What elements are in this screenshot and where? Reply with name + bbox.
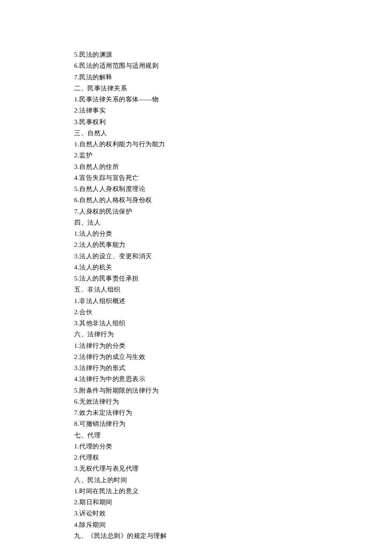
outline-line: 2.期日和期间 (74, 497, 341, 508)
outline-line: 5.法人的民事责任承担 (74, 273, 341, 284)
outline-line: 7.效力未定法律行为 (74, 407, 341, 418)
outline-line: 8.可撤销法律行为 (74, 418, 341, 429)
outline-line: 3.诉讼时效 (74, 508, 341, 519)
outline-line: 二、民事法律关系 (74, 83, 341, 94)
outline-line: 3.法人的设立、变更和消灭 (74, 251, 341, 262)
outline-line: 六、法律行为 (74, 329, 341, 340)
outline-line: 7.民法的解释 (74, 72, 341, 83)
outline-line: 三、自然人 (74, 127, 341, 139)
outline-line: 4.宣告失踪与宣告死亡 (74, 172, 341, 183)
outline-line: 4.法人的机关 (74, 262, 341, 273)
outline-line: 八、民法上的时间 (74, 474, 341, 486)
outline-line: 6.无效法律行为 (74, 396, 341, 407)
outline-line: 3.自然人的住所 (74, 161, 341, 172)
outline-line: 3.民事权利 (74, 116, 341, 127)
outline-line: 2.法律行为的成立与生效 (74, 351, 341, 362)
outline-line: 1.法人的分类 (74, 228, 341, 239)
outline-line: 6.自然人的人格权与身份权 (74, 194, 341, 205)
outline-line: 4.法律行为中的意思表示 (74, 373, 341, 384)
outline-line: 1.非法人组织概述 (74, 295, 341, 306)
outline-line: 5.自然人人身权制度理论 (74, 183, 341, 194)
outline-line: 1.民事法律关系的客体——物 (74, 94, 341, 105)
outline-line: 2.监护 (74, 150, 341, 161)
outline-line: 1.代理的分类 (74, 441, 341, 452)
outline-line: 九、《民法总则》的规定与理解 (74, 530, 341, 541)
outline-line: 四、法人 (74, 217, 341, 228)
outline-line: 5.附条件与附期限的法律行为 (74, 385, 341, 396)
outline-line: 2.法律事实 (74, 105, 341, 116)
outline-line: 5.民法的渊源 (74, 49, 341, 60)
outline-line: 2.代理权 (74, 452, 341, 463)
outline-line: 7.人身权的民法保护 (74, 206, 341, 217)
outline-line: 1.法律行为的分类 (74, 340, 341, 351)
outline-line: 6.民法的适用范围与适用规则 (74, 60, 341, 71)
outline-line: 3.无权代理与表见代理 (74, 463, 341, 474)
outline-line: 七、代理 (74, 430, 341, 441)
outline-line: 4.除斥期间 (74, 519, 341, 530)
outline-line: 3.其他非法人组织 (74, 318, 341, 329)
outline-line: 1.时间在民法上的意义 (74, 486, 341, 497)
outline-line: 五、非法人组织 (74, 284, 341, 295)
outline-line: 2.合伙 (74, 306, 341, 318)
outline-line: 1.自然人的权利能力与行为能力 (74, 139, 341, 150)
outline-line: 2.法人的民事能力 (74, 239, 341, 250)
outline-line: 3.法律行为的形式 (74, 362, 341, 373)
document-content: 5.民法的渊源 6.民法的适用范围与适用规则 7.民法的解释 二、民事法律关系 … (74, 49, 341, 541)
